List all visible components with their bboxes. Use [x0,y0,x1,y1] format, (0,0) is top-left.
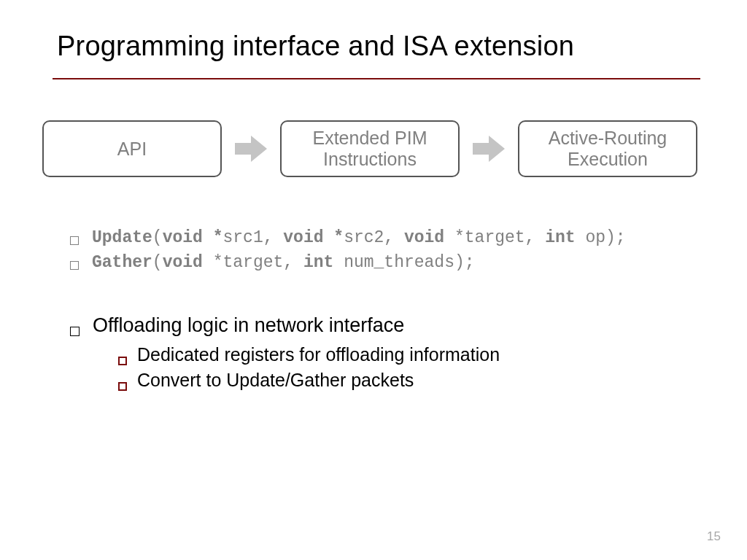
slide-title: Programming interface and ISA extension [57,31,700,62]
bullet-icon [70,327,80,336]
api-update-signature: Update(void *src1, void *src2, void *tar… [92,228,626,247]
bullet-icon [118,382,127,391]
sub-item: Dedicated registers for offloading infor… [118,344,700,365]
sub-list: Dedicated registers for offloading infor… [118,344,700,391]
flow-box-label: Active-Routing Execution [519,128,696,170]
api-update-row: Update(void *src1, void *src2, void *tar… [70,228,700,247]
api-signature-list: Update(void *src1, void *src2, void *tar… [70,228,700,272]
flow-box-execution: Active-Routing Execution [518,120,697,177]
flow-diagram: API Extended PIM Instructions Active-Rou… [42,120,700,177]
arrow-icon [473,136,505,162]
page-number: 15 [707,529,721,544]
body-text: Offloading logic in network interface [93,314,404,337]
arrow-icon [235,136,267,162]
slide: Programming interface and ISA extension … [0,0,747,560]
bullet-icon [70,236,79,245]
body-item: Offloading logic in network interface [70,314,700,337]
title-rule [53,78,700,79]
sub-text: Dedicated registers for offloading infor… [137,344,500,365]
body-list: Offloading logic in network interface [70,314,700,337]
bullet-icon [118,357,127,365]
flow-box-label: Extended PIM Instructions [282,128,458,170]
flow-box-instructions: Extended PIM Instructions [280,120,460,177]
sub-item: Convert to Update/Gather packets [118,370,700,391]
flow-box-label: API [117,139,147,160]
api-gather-signature: Gather(void *target, int num_threads); [92,253,475,272]
bullet-icon [70,261,79,270]
flow-box-api: API [42,120,222,177]
api-gather-row: Gather(void *target, int num_threads); [70,253,700,272]
sub-text: Convert to Update/Gather packets [137,370,414,391]
